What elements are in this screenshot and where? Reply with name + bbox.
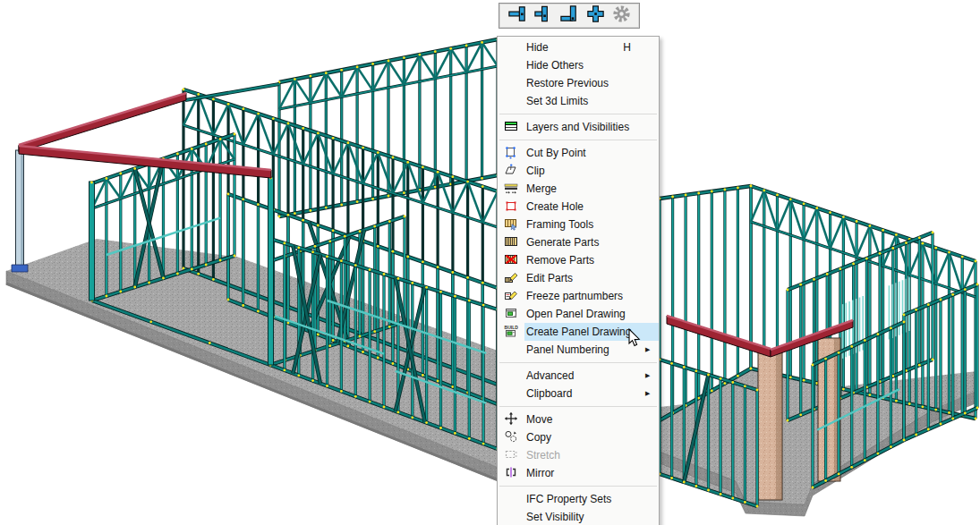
- menu-item-label: Panel Numbering: [524, 343, 645, 356]
- menu-item-label: Clipboard: [524, 387, 645, 400]
- menu-item-label: Mirror: [524, 467, 645, 479]
- menu-item-freeze-partnumbers[interactable]: Freeze partnumbers: [498, 287, 659, 305]
- menu-item-copy[interactable]: Copy: [498, 428, 659, 446]
- cut-by-point-icon: [504, 145, 518, 162]
- menu-item-move[interactable]: Move: [498, 411, 659, 428]
- context-menu: HideHHide OthersRestore PreviousSet 3d L…: [497, 36, 660, 525]
- menu-item-ifc-property-sets[interactable]: IFC Property Sets: [498, 490, 659, 508]
- menu-item-label: Advanced: [524, 369, 645, 382]
- mouse-cursor: [628, 328, 642, 347]
- create-hole-icon: [504, 199, 518, 216]
- submenu-arrow-icon: ▶: [645, 372, 659, 379]
- snap-toolbar: [499, 3, 640, 29]
- submenu-arrow-icon: ▶: [645, 346, 659, 353]
- joint-end-icon: [507, 4, 528, 28]
- menu-item-label: IFC Property Sets: [524, 493, 645, 505]
- menu-separator: [499, 406, 657, 407]
- open-panel-drawing-icon: [504, 306, 518, 323]
- menu-item-label: Move: [524, 413, 645, 426]
- framing-tools-icon: [504, 216, 518, 233]
- menu-separator: [499, 362, 657, 363]
- menu-item-merge[interactable]: Merge: [498, 180, 659, 198]
- menu-item-label: Freeze partnumbers: [524, 290, 645, 302]
- menu-item-generate-parts[interactable]: Generate Parts: [498, 233, 659, 251]
- menu-item-set-3d-limits[interactable]: Set 3d Limits: [498, 92, 659, 110]
- menu-item-remove-parts[interactable]: Remove Parts: [498, 251, 659, 269]
- menu-item-cut-by-point[interactable]: Cut By Point: [498, 144, 659, 162]
- create-panel-drawing-icon: BUILD: [504, 324, 518, 341]
- menu-item-clipboard[interactable]: Clipboard▶: [498, 385, 659, 402]
- menu-item-edit-parts[interactable]: Edit Parts: [498, 269, 659, 287]
- menu-item-label: Cut By Point: [524, 147, 645, 159]
- menu-separator: [499, 486, 657, 487]
- menu-item-label: Clip: [524, 165, 645, 177]
- menu-item-hide[interactable]: HideH: [498, 38, 659, 56]
- tee-joint-tool-button[interactable]: [533, 5, 554, 27]
- clip-icon: [504, 163, 518, 180]
- menu-item-mirror[interactable]: Mirror: [498, 464, 659, 482]
- corner-joint-tool-button[interactable]: [558, 5, 580, 27]
- svg-text:BUILD: BUILD: [505, 324, 518, 329]
- menu-item-label: Hide: [524, 41, 623, 54]
- settings-tool-button[interactable]: [610, 5, 632, 27]
- end-joint-tool-button[interactable]: [507, 5, 528, 27]
- stretch-icon: [504, 447, 518, 464]
- menu-item-label: Restore Previous: [524, 77, 645, 89]
- menu-item-framing-tools[interactable]: Framing Tools: [498, 216, 659, 233]
- merge-icon: [504, 181, 518, 198]
- edit-parts-icon: [504, 270, 518, 287]
- generate-parts-icon: [504, 234, 518, 251]
- cross-joint-tool-button[interactable]: [584, 5, 606, 27]
- menu-item-label: Open Panel Drawing: [524, 308, 645, 320]
- menu-item-label: Set Visibility: [524, 511, 645, 523]
- menu-item-label: Layers and Visibilities: [524, 121, 645, 133]
- menu-item-label: Generate Parts: [524, 236, 645, 249]
- menu-item-label: Framing Tools: [524, 218, 645, 231]
- menu-separator: [499, 114, 657, 114]
- menu-item-shortcut: H: [623, 41, 645, 54]
- menu-item-restore-previous[interactable]: Restore Previous: [498, 74, 659, 92]
- menu-item-label: Create Hole: [524, 200, 645, 213]
- mirror-icon: [504, 465, 518, 482]
- menu-item-label: Remove Parts: [524, 254, 645, 267]
- remove-parts-icon: [504, 252, 518, 269]
- menu-item-set-visibility[interactable]: Set Visibility: [498, 508, 659, 525]
- layers-icon: [504, 119, 518, 136]
- application-window: HideHHide OthersRestore PreviousSet 3d L…: [0, 0, 980, 525]
- menu-item-label: Edit Parts: [524, 272, 645, 284]
- viewport-3d[interactable]: [0, 0, 980, 525]
- menu-item-label: Set 3d Limits: [524, 95, 645, 107]
- menu-item-open-panel-drawing[interactable]: Open Panel Drawing: [498, 305, 659, 323]
- submenu-arrow-icon: ▶: [645, 390, 659, 397]
- menu-item-label: Create Panel Drawing: [524, 326, 645, 338]
- freeze-partnumbers-icon: [504, 288, 518, 305]
- joint-cross-icon: [585, 4, 606, 28]
- joint-tee-icon: [533, 4, 554, 28]
- menu-item-label: Hide Others: [524, 59, 645, 72]
- gear-icon: [611, 4, 632, 28]
- menu-item-label: Copy: [524, 431, 645, 444]
- menu-item-create-hole[interactable]: Create Hole: [498, 198, 659, 216]
- menu-item-label: Merge: [524, 182, 645, 195]
- copy-icon: [504, 429, 518, 446]
- menu-separator: [499, 140, 657, 140]
- menu-item-advanced[interactable]: Advanced▶: [498, 367, 659, 385]
- menu-item-clip[interactable]: Clip: [498, 162, 659, 180]
- joint-corner-icon: [559, 4, 580, 28]
- menu-item-label: Stretch: [524, 449, 645, 461]
- menu-item-layers-and-visibilities[interactable]: Layers and Visibilities: [498, 118, 659, 136]
- move-icon: [504, 411, 518, 428]
- menu-item-hide-others[interactable]: Hide Others: [498, 56, 659, 74]
- menu-item-stretch: Stretch: [498, 446, 659, 464]
